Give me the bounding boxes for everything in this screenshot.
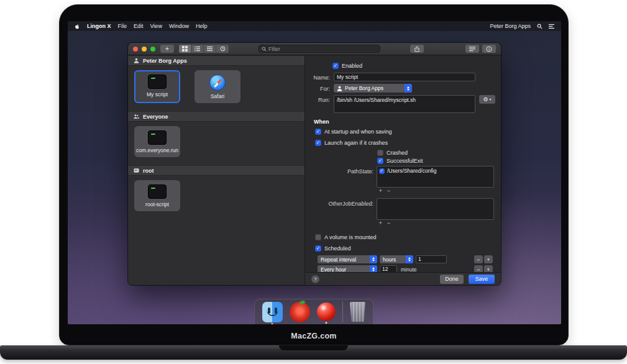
tiles-row: root-script [128,176,304,219]
filter-field[interactable] [259,45,380,53]
checkbox: ✓ [377,158,383,164]
popup-chevrons-icon [406,255,413,263]
display: Lingon X File Edit View Window Help Pete… [68,21,561,324]
view-list-button[interactable] [191,45,204,53]
view-grid-button[interactable] [179,45,191,53]
running-indicator [272,323,273,325]
remove-schedule-button[interactable]: − [474,255,483,263]
menu-view[interactable]: View [150,23,162,29]
laptop-notch [279,345,348,350]
at-startup-checkbox[interactable]: ✓ At startup and when saving [315,129,392,135]
search-icon [262,47,267,52]
relaunch-checkbox[interactable]: ✓ Launch again if it crashes [315,140,388,146]
successful-exit-checkbox[interactable]: ✓ SuccessfulExit [377,158,423,164]
safari-app-icon [209,75,226,91]
unit-popup[interactable]: hours [380,255,413,263]
pathstate-row[interactable]: ✓ /Users/Shared/config [379,168,492,174]
otherjob-stepper: + − [377,221,392,226]
add-otherjob-button[interactable]: + [377,221,384,226]
lingonx-dock-icon[interactable] [290,302,310,322]
red-ball-app-icon[interactable] [317,303,336,321]
menu-list-icon[interactable] [549,24,554,29]
apple-icon[interactable] [75,23,80,30]
remove-path-button[interactable]: − [385,188,392,194]
tiles-row: com.everyone.run [128,122,304,165]
dock-separator [342,301,343,322]
run-input[interactable]: /bin/sh /Users/Shared/myscript.sh [334,95,475,113]
job-my-script[interactable]: My script [134,70,180,103]
laptop-base [0,345,627,360]
lingonx-window: + [128,43,501,285]
section-header-everyone: Everyone [128,111,304,122]
menu-edit[interactable]: Edit [134,23,144,29]
enabled-checkbox[interactable]: ✓ Enabled [332,63,362,69]
when-title: When [314,119,329,125]
remove-otherjob-button[interactable]: − [385,221,392,226]
watermark: MacZG.com [60,332,568,340]
checkbox: ✓ [315,245,321,252]
name-input[interactable] [334,73,475,81]
chevron-down-icon: ▾ [490,98,492,101]
gear-icon: ⚙ [483,97,488,102]
job-root-script[interactable]: root-script [134,180,180,211]
add-job-button[interactable]: + [160,45,174,53]
job-com-everyone-run[interactable]: com.everyone.run [134,126,180,157]
traffic-lights [133,47,155,52]
done-button[interactable]: Done [440,275,464,284]
dock-slot [262,302,283,322]
section-title: Peter Borg Apps [143,58,187,64]
checkbox [377,150,383,156]
job-safari[interactable]: Safari [195,70,240,103]
for-popup[interactable]: Peter Borg Apps [334,84,412,93]
for-label: For: [305,86,330,92]
dock [254,299,373,324]
dock-slot [290,302,310,322]
dock-slot [317,303,336,321]
pathstate-stepper: + − [377,188,392,194]
zoom-button[interactable] [150,47,155,52]
otherjob-box[interactable] [377,198,494,220]
search-icon[interactable] [537,24,542,29]
view-segmented-control [179,45,229,53]
detail-footer: ? Done Save [305,272,501,285]
section-header-peter-borg: Peter Borg Apps [128,55,304,66]
interval-value-field[interactable]: 1 [416,255,447,263]
section-header-root: root [128,165,304,176]
laptop-frame: Lingon X File Edit View Window Help Pete… [59,4,569,345]
menu-window[interactable]: Window [169,23,189,29]
add-path-button[interactable]: + [377,188,384,194]
section-title: root [143,168,154,174]
menu-help[interactable]: Help [196,23,208,29]
scheduled-checkbox[interactable]: ✓ Scheduled [315,245,351,252]
help-button[interactable]: ? [311,275,319,283]
volume-mounted-checkbox[interactable]: A volume is mounted [315,234,377,240]
filter-input[interactable] [268,46,377,52]
view-schedule-button[interactable] [216,45,229,53]
close-button[interactable] [133,47,138,52]
info-button[interactable] [482,45,496,53]
view-columns-button[interactable] [204,45,216,53]
minimize-button[interactable] [142,47,147,52]
checkbox: ✓ [315,140,321,146]
tiles-row: My script Safari [128,66,304,111]
otherjob-label: OtherJobEnabled: [305,201,373,207]
checkbox: ✓ [315,129,321,135]
run-options-button[interactable]: ⚙ ▾ [479,95,495,104]
add-schedule-button[interactable]: + [484,255,493,263]
user-icon [134,58,139,63]
script-app-icon [148,130,167,145]
job-list-sidebar: Peter Borg Apps My script Safari [128,55,305,284]
finder-icon[interactable] [262,302,283,322]
crashed-checkbox[interactable]: Crashed [377,150,408,156]
save-button[interactable]: Save [469,275,495,284]
interval-popup[interactable]: Repeat interval [318,255,377,263]
menu-app-name[interactable]: Lingon X [87,23,111,29]
menubar: Lingon X File Edit View Window Help Pete… [68,21,561,31]
share-button[interactable] [410,45,424,53]
log-panel-button[interactable] [465,45,479,53]
menu-file[interactable]: File [118,23,127,29]
script-app-icon [148,184,167,199]
pathstate-box[interactable]: ✓ /Users/Shared/config [377,166,494,188]
trash-icon[interactable] [350,302,366,322]
checkbox: ✓ [332,63,339,69]
